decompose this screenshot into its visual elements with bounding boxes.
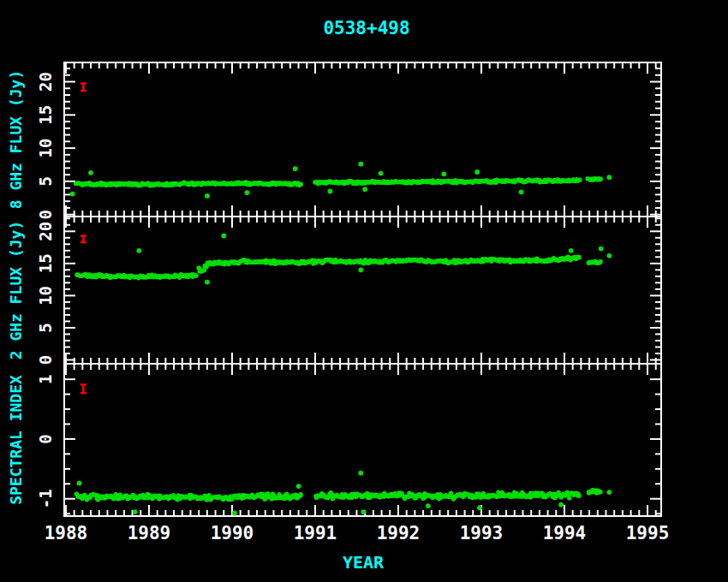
y-tick-label-flux8-0: 0 <box>36 210 55 219</box>
data-point <box>567 496 571 500</box>
outlier-point <box>221 234 226 239</box>
outlier-point <box>196 265 201 270</box>
y-tick-label-spectral_index-1: 1 <box>36 374 55 383</box>
y-axis-title-8ghz: 8 GHz FLUX (Jy) <box>7 70 25 210</box>
outlier-point <box>245 190 250 195</box>
y-tick-label-flux8-20: 20 <box>36 72 55 92</box>
data-point <box>577 177 582 181</box>
data-point <box>194 273 199 277</box>
outlier-point <box>293 166 298 171</box>
x-tick-label-1991: 1991 <box>294 523 337 543</box>
panel-flux2-points <box>75 234 612 285</box>
outlier-point <box>70 192 75 197</box>
plot-screen: 0538+498 1988198919901991199219931994199… <box>0 0 728 582</box>
panel-spectral_index-points <box>75 471 612 516</box>
outlier-point <box>569 248 574 253</box>
outlier-point <box>474 169 480 175</box>
outlier-point <box>362 187 367 192</box>
y-tick-label-flux8-15: 15 <box>36 105 55 125</box>
outlier-point <box>607 490 612 495</box>
x-tick-label-1993: 1993 <box>460 523 504 543</box>
y-axis-title-2ghz: 2 GHz FLUX (Jy) <box>7 221 25 360</box>
x-tick-label-1994: 1994 <box>543 523 587 543</box>
outlier-point <box>136 248 141 253</box>
outlier-point <box>133 509 138 514</box>
outlier-point <box>328 189 333 194</box>
y-tick-label-flux8-10: 10 <box>36 139 55 158</box>
y-tick-label-flux8-5: 5 <box>36 176 55 186</box>
outlier-point <box>379 171 384 176</box>
x-tick-label-1989: 1989 <box>128 523 171 543</box>
plot-frame <box>64 62 661 516</box>
calibration-errorbar-flux2 <box>81 236 87 243</box>
data-point <box>577 255 582 259</box>
outlier-point <box>607 253 612 258</box>
data-point <box>598 490 602 494</box>
outlier-point <box>599 246 604 252</box>
x-axis-title: YEAR <box>343 552 385 573</box>
y-tick-label-flux2-5: 5 <box>36 323 55 332</box>
outlier-point <box>358 267 363 272</box>
y-tick-label-flux2-20: 20 <box>36 222 55 241</box>
y-tick-label-spectral_index--1: -1 <box>36 489 55 508</box>
calibration-errorbar-spectral_index <box>81 384 87 393</box>
outlier-point <box>232 511 237 516</box>
outlier-point <box>296 484 301 489</box>
outlier-point <box>426 503 431 508</box>
y-tick-label-flux2-0: 0 <box>36 355 55 365</box>
data-point <box>598 259 602 264</box>
outlier-point <box>77 481 82 486</box>
x-tick-label-1992: 1992 <box>377 523 421 543</box>
data-point <box>599 177 603 181</box>
data-points-layer <box>70 83 612 515</box>
data-point <box>298 492 302 496</box>
outlier-point <box>358 471 363 476</box>
outlier-point <box>205 193 210 199</box>
y-tick-label-spectral_index-0: 0 <box>36 434 55 443</box>
outlier-point <box>88 170 93 175</box>
outer-frame <box>64 62 661 516</box>
data-point <box>298 182 302 187</box>
y-tick-label-flux2-10: 10 <box>36 286 55 306</box>
outlier-point <box>477 505 482 510</box>
chart-title: 0538+498 <box>323 18 409 39</box>
outlier-point <box>358 162 363 167</box>
y-axis-title-spectral-index: SPECTRAL INDEX <box>7 375 25 505</box>
outlier-point <box>441 171 446 176</box>
y-tick-label-flux2-15: 15 <box>36 253 55 273</box>
x-tick-label-1995: 1995 <box>626 523 670 543</box>
x-tick-label-1988: 1988 <box>45 523 88 543</box>
panel-flux8-points <box>70 162 612 199</box>
data-point <box>576 494 581 498</box>
x-tick-label-1990: 1990 <box>211 523 254 543</box>
outlier-point <box>361 509 366 514</box>
outlier-point <box>558 502 564 508</box>
light-curve-chart: 0538+498 1988198919901991199219931994199… <box>0 0 728 582</box>
calibration-errorbar-flux8 <box>81 83 87 91</box>
outlier-point <box>519 189 524 194</box>
outlier-point <box>205 280 210 285</box>
axis-ticks <box>64 62 661 516</box>
axis-tick-labels: 1988198919901991199219931994199505101520… <box>36 72 669 543</box>
outlier-point <box>607 175 612 180</box>
